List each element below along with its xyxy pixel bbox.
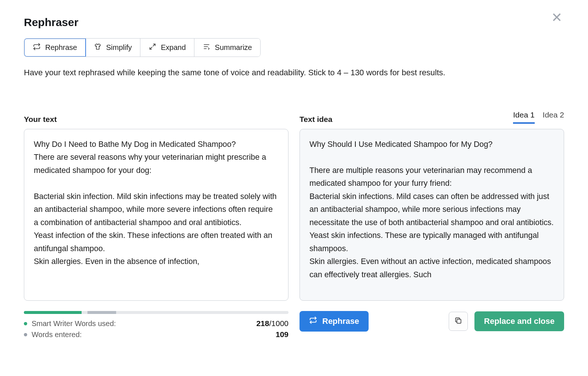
idea-text: Bacterial skin infections. Mild cases ca… (309, 190, 554, 229)
mode-simplify[interactable]: Simplify (86, 39, 140, 57)
dot-icon (24, 333, 27, 336)
idea-tab-1[interactable]: Idea 1 (513, 111, 534, 124)
svg-line-1 (150, 47, 152, 49)
svg-rect-5 (457, 319, 461, 323)
source-text: Yeast infection of the skin. These infec… (34, 229, 279, 255)
source-text: Why Do I Need to Bathe My Dog in Medicat… (34, 138, 279, 151)
idea-text: Yeast skin infections. These are typical… (309, 229, 554, 255)
source-text: Skin allergies. Even in the absence of i… (34, 255, 279, 268)
refresh-icon (309, 316, 317, 326)
refresh-icon (33, 43, 41, 53)
button-label: Rephrase (322, 317, 359, 326)
replace-close-button[interactable]: Replace and close (474, 311, 564, 331)
words-entered-label: Words entered: (32, 330, 82, 339)
text-idea-label: Text idea (300, 115, 332, 124)
page-title: Rephraser (24, 16, 564, 29)
dot-icon (24, 322, 27, 325)
idea-text: There are multiple reasons your veterina… (309, 164, 554, 190)
svg-line-0 (153, 44, 155, 46)
source-text: Bacterial skin infection. Mild skin infe… (34, 190, 279, 229)
summarize-icon (202, 43, 211, 53)
idea-text-box: Why Should I Use Medicated Shampoo for M… (300, 129, 564, 301)
close-icon[interactable]: ✕ (549, 11, 564, 26)
mode-description: Have your text rephrased while keeping t… (24, 68, 564, 77)
words-used-max: /1000 (269, 319, 288, 328)
rephrase-button[interactable]: Rephrase (300, 311, 369, 332)
your-text-box[interactable]: Why Do I Need to Bathe My Dog in Medicat… (24, 129, 288, 301)
tshirt-icon (94, 43, 102, 53)
words-entered-value: 109 (276, 330, 288, 339)
mode-summarize[interactable]: Summarize (194, 39, 260, 57)
usage-progress-bar (24, 311, 288, 314)
idea-text: Why Should I Use Medicated Shampoo for M… (309, 138, 554, 151)
idea-text: Skin allergies. Even without an active i… (309, 255, 554, 281)
mode-label: Rephrase (45, 43, 77, 52)
words-used-value: 218 (256, 319, 269, 328)
idea-tab-2[interactable]: Idea 2 (543, 111, 564, 124)
mode-tabs: Rephrase Simplify Expand Summarize (24, 38, 261, 57)
mode-label: Simplify (106, 43, 132, 52)
copy-button[interactable] (449, 312, 468, 331)
source-text: There are several reasons why your veter… (34, 151, 279, 177)
mode-expand[interactable]: Expand (140, 39, 194, 57)
copy-icon (454, 317, 462, 326)
mode-label: Expand (161, 43, 186, 52)
mode-rephrase[interactable]: Rephrase (24, 38, 86, 57)
expand-icon (148, 43, 157, 53)
your-text-label: Your text (24, 115, 57, 124)
button-label: Replace and close (484, 317, 555, 326)
mode-label: Summarize (215, 43, 252, 52)
words-used-label: Smart Writer Words used: (32, 319, 116, 328)
